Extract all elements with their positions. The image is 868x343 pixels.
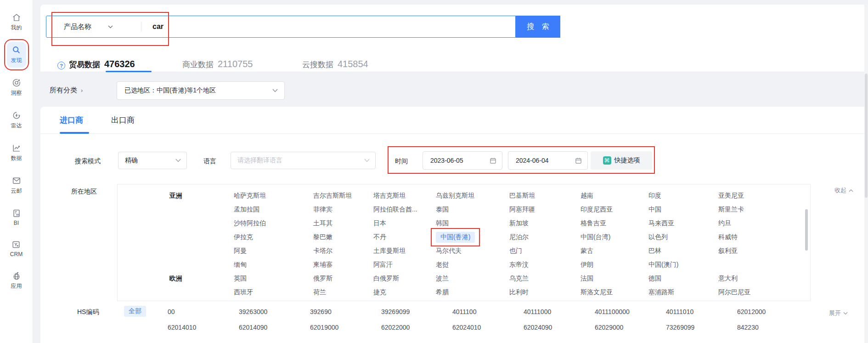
region-country[interactable]: 乌克兰: [509, 274, 581, 283]
region-country[interactable]: 阿拉伯联合酋...: [373, 206, 436, 214]
region-country[interactable]: 日本: [373, 219, 436, 228]
sidebar-item-mine[interactable]: 我的: [7, 9, 26, 35]
region-country[interactable]: 泰国: [436, 206, 509, 214]
region-country[interactable]: 不丹: [373, 233, 436, 241]
region-country[interactable]: 塔吉克斯坦: [373, 192, 436, 200]
breadcrumb[interactable]: 所有分类 ›: [50, 86, 83, 95]
search-button[interactable]: 搜 索: [516, 16, 560, 38]
sidebar-item-apps[interactable]: 应用: [7, 268, 26, 293]
region-country[interactable]: 东帝汶: [509, 261, 581, 269]
hs-code-item[interactable]: 39269099: [381, 308, 452, 315]
search-mode-select[interactable]: 精确: [118, 152, 187, 169]
region-country[interactable]: 马尔代夫: [436, 247, 509, 255]
region-country[interactable]: 伊朗: [581, 261, 648, 269]
region-country[interactable]: 白俄罗斯: [373, 274, 436, 283]
region-country[interactable]: 科威特: [718, 233, 810, 241]
hs-code-item[interactable]: 00: [168, 308, 239, 315]
region-country[interactable]: 印度尼西亚: [581, 206, 648, 214]
hs-code-item[interactable]: 62024090: [524, 324, 595, 331]
region-country[interactable]: 乌兹别克斯坦: [436, 192, 509, 200]
selected-region-dropdown[interactable]: 已选地区：中国(香港)等1个地区: [117, 81, 285, 100]
hs-code-item[interactable]: 40111010: [666, 308, 737, 315]
sidebar-item-bi[interactable]: BI BI: [7, 205, 26, 229]
region-country[interactable]: 希腊: [436, 288, 509, 297]
sidebar-item-insight[interactable]: 洞察: [7, 74, 26, 100]
region-country[interactable]: 也门: [509, 247, 581, 255]
hs-code-item[interactable]: 842230: [737, 324, 808, 331]
region-country[interactable]: 阿塞拜疆: [509, 206, 581, 214]
sidebar-item-radar[interactable]: 雷达: [7, 107, 26, 133]
hs-code-item[interactable]: 73269099: [666, 324, 737, 331]
region-country[interactable]: 印度: [648, 192, 718, 200]
region-country[interactable]: 以色列: [648, 233, 718, 241]
region-country[interactable]: 德国: [648, 274, 718, 283]
data-tab-business[interactable]: 商业数据 2110755: [182, 59, 253, 70]
region-country[interactable]: 土耳其: [313, 219, 373, 228]
collapse-link[interactable]: 收起: [834, 186, 853, 194]
region-country[interactable]: 西班牙: [234, 288, 313, 297]
hs-code-item[interactable]: 392690: [310, 308, 381, 315]
region-country[interactable]: 比利时: [509, 288, 581, 297]
region-country[interactable]: 叙利亚: [718, 247, 810, 255]
region-country[interactable]: 老挝: [436, 261, 509, 269]
region-panel-scrollbar[interactable]: [805, 209, 808, 251]
region-country[interactable]: 菲律宾: [313, 206, 373, 214]
tab-exporters[interactable]: 出口商: [111, 115, 135, 126]
region-country[interactable]: 柬埔寨: [313, 261, 373, 269]
region-country[interactable]: 格鲁吉亚: [581, 219, 648, 228]
region-country[interactable]: 孟加拉国: [234, 206, 313, 214]
region-country[interactable]: 新加坡: [509, 219, 581, 228]
region-country[interactable]: 斯里兰卡: [718, 206, 810, 214]
region-country[interactable]: 俄罗斯: [313, 274, 373, 283]
region-country[interactable]: 伊拉克: [234, 233, 313, 241]
region-country[interactable]: 阿曼: [234, 247, 313, 255]
search-category-dropdown[interactable]: 产品名称: [46, 23, 141, 31]
region-country[interactable]: 巴基斯坦: [509, 192, 581, 200]
region-country[interactable]: 塞浦路斯: [648, 288, 718, 297]
region-country[interactable]: 约旦: [718, 219, 810, 228]
hs-code-item[interactable]: 40111000: [524, 308, 595, 315]
hs-all-chip[interactable]: 全部: [124, 306, 146, 317]
tab-importers[interactable]: 进口商: [60, 115, 83, 126]
region-country[interactable]: 中国(澳门): [648, 261, 718, 269]
region-country[interactable]: 哈萨克斯坦: [234, 192, 313, 200]
region-country[interactable]: 韩国: [436, 219, 509, 228]
region-country[interactable]: 意大利: [718, 274, 810, 283]
region-country[interactable]: 尼泊尔: [509, 233, 581, 241]
hs-code-item[interactable]: 62012000: [737, 308, 808, 315]
hs-code-item[interactable]: 4011100000: [595, 308, 666, 315]
sidebar-item-crm[interactable]: CRM: [6, 236, 27, 261]
hs-code-item[interactable]: 39263000: [239, 308, 310, 315]
region-country[interactable]: 土库曼斯坦: [373, 247, 436, 255]
data-tab-cloudsearch[interactable]: 云搜数据 415854: [302, 59, 368, 70]
region-country[interactable]: 捷克: [373, 288, 436, 297]
hs-code-item[interactable]: 62029000: [595, 324, 666, 331]
region-country[interactable]: 缅甸: [234, 261, 313, 269]
region-country[interactable]: 蒙古: [581, 247, 648, 255]
region-country[interactable]: 沙特阿拉伯: [234, 219, 313, 228]
hs-code-item[interactable]: 62024010: [452, 324, 524, 331]
region-country[interactable]: 卡塔尔: [313, 247, 373, 255]
region-country[interactable]: 亚美尼亚: [718, 192, 810, 200]
hs-code-item[interactable]: 62019000: [310, 324, 381, 331]
date-start-input[interactable]: 2023-06-05: [423, 151, 502, 170]
region-country[interactable]: 阿尔巴尼亚: [718, 288, 810, 297]
quick-options-button[interactable]: ⌘ 快捷选项: [591, 151, 652, 170]
hs-code-item[interactable]: 4011100: [452, 308, 524, 315]
expand-link[interactable]: 展开: [829, 309, 848, 317]
region-country[interactable]: 越南: [581, 192, 648, 200]
region-country[interactable]: 黎巴嫩: [313, 233, 373, 241]
region-country[interactable]: 吉尔吉斯斯坦: [313, 192, 373, 200]
region-country[interactable]: 中国(台湾): [581, 233, 648, 241]
region-country-selected[interactable]: 中国(香港): [436, 232, 509, 243]
region-country[interactable]: 阿富汗: [373, 261, 436, 269]
region-country[interactable]: 法国: [581, 274, 648, 283]
region-country[interactable]: 中国: [648, 206, 718, 214]
region-country[interactable]: 英国: [234, 274, 313, 283]
help-circle-icon[interactable]: ?: [57, 62, 65, 69]
hs-code-item[interactable]: 62014090: [239, 324, 310, 331]
hs-code-item[interactable]: 62022000: [381, 324, 452, 331]
page-scrollbar[interactable]: [864, 5, 868, 343]
sidebar-item-discover[interactable]: 发现: [7, 42, 26, 68]
data-tab-trade[interactable]: 贸易数据 476326: [69, 59, 135, 70]
